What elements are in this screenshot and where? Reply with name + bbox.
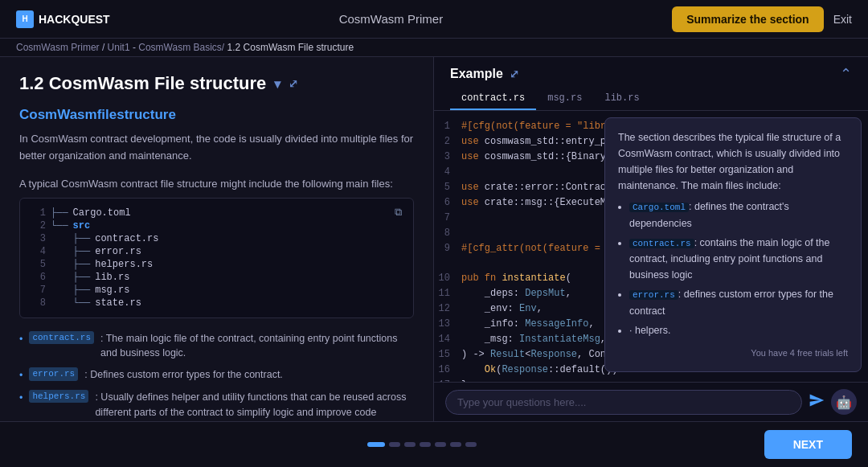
- right-panel: Example ⤢ ⌃ contract.rs msg.rs lib.rs 1 …: [434, 57, 868, 421]
- anchor-heading: CosmWasmfilestructure: [19, 107, 414, 123]
- top-bar: H HACKQUEST CosmWasm Primer Summarize th…: [0, 0, 868, 39]
- breadcrumb-part1[interactable]: CosmWasm Primer: [16, 42, 100, 53]
- tab-msg[interactable]: msg.rs: [536, 88, 593, 110]
- typical-text: A typical CosmWasm contract file structu…: [19, 178, 414, 190]
- logo: H HACKQUEST: [16, 10, 110, 28]
- collapse-panel-button[interactable]: ⌃: [840, 65, 852, 83]
- section-heading-text: 1.2 CosmWasm File structure: [19, 73, 266, 94]
- breadcrumb: CosmWasm Primer / Unit1 - CosmWasm Basic…: [0, 39, 868, 57]
- bullet-helpers-text: : Usually defines helper and utility fun…: [95, 390, 414, 421]
- progress-dot-7: [465, 442, 477, 447]
- breadcrumb-part3[interactable]: CosmWasm Basics/: [138, 42, 224, 53]
- bullet-error-text: : Defines custom error types for the con…: [84, 367, 283, 383]
- tree-line-3: 3 ├── contract.rs: [31, 232, 402, 245]
- logo-text: HACKQUEST: [39, 13, 110, 26]
- summary-tooltip: The section describes the typical file s…: [604, 117, 862, 372]
- ai-avatar: 🤖: [831, 389, 857, 415]
- page-title: CosmWasm Primer: [339, 12, 443, 26]
- code-tabs: contract.rs msg.rs lib.rs: [434, 88, 868, 111]
- bottom-bar: NEXT: [0, 421, 868, 467]
- progress-dot-6: [450, 442, 461, 447]
- main-content: 1.2 CosmWasm File structure ▾ ⤢ CosmWasm…: [0, 57, 868, 421]
- send-button[interactable]: [809, 392, 825, 412]
- tree-line-5: 5 ├── helpers.rs: [31, 258, 402, 271]
- breadcrumb-part2[interactable]: Unit1: [108, 42, 130, 53]
- summary-item-2: contract.rs: contains the main logic of …: [629, 235, 848, 284]
- tree-line-4: 4 ├── error.rs: [31, 245, 402, 258]
- code-area-wrapper: 1 #[cfg(not(feature = "library"))] 2 use…: [434, 111, 868, 382]
- description-text: In CosmWasm contract development, the co…: [19, 131, 414, 165]
- example-header: Example ⤢ ⌃: [434, 57, 868, 88]
- summary-text: The section describes the typical file s…: [618, 129, 848, 194]
- breadcrumb-sep1: /: [102, 42, 108, 53]
- progress-dots: [367, 442, 477, 447]
- section-heading: 1.2 CosmWasm File structure ▾ ⤢: [19, 73, 414, 94]
- summary-item-1: Cargo.toml: defines the contract's depen…: [629, 199, 848, 231]
- trials-text: You have 4 free trials left: [618, 346, 848, 361]
- bullet-error: error.rs : Defines custom error types fo…: [19, 367, 414, 383]
- next-button[interactable]: NEXT: [764, 430, 852, 459]
- tab-contract[interactable]: contract.rs: [450, 88, 536, 110]
- code-line-17: 17 }: [434, 378, 868, 382]
- breadcrumb-part4: 1.2 CosmWasm File structure: [227, 42, 354, 53]
- file-tree: ⧉ 1 ├── Cargo.toml 2 └── src 3 ├── contr…: [19, 198, 414, 318]
- chat-input[interactable]: [445, 390, 802, 415]
- progress-dot-5: [435, 442, 446, 447]
- left-panel: 1.2 CosmWasm File structure ▾ ⤢ CosmWasm…: [0, 57, 434, 421]
- tree-line-8: 8 └── state.rs: [31, 297, 402, 309]
- tree-line-1: 1 ├── Cargo.toml: [31, 207, 395, 219]
- summary-item-3: error.rs: defines custom error types for…: [629, 286, 848, 319]
- copy-tree-icon[interactable]: ⧉: [395, 207, 402, 219]
- tree-line-6: 6 ├── lib.rs: [31, 271, 402, 284]
- bullet-helpers: helpers.rs : Usually defines helper and …: [19, 390, 414, 421]
- exit-button[interactable]: Exit: [833, 13, 852, 26]
- summarize-button[interactable]: Summarize the section: [672, 6, 824, 32]
- expand-example-icon[interactable]: ⤢: [510, 68, 519, 80]
- bookmark-icon: ▾: [274, 76, 280, 92]
- tree-line-7: 7 ├── msg.rs: [31, 284, 402, 297]
- bullet-contract: contract.rs : The main logic file of the…: [19, 331, 414, 362]
- progress-dot-1: [367, 442, 385, 447]
- tree-line-2: 2 └── src: [31, 219, 402, 232]
- progress-dot-2: [389, 442, 400, 447]
- summary-list: Cargo.toml: defines the contract's depen…: [629, 199, 848, 338]
- expand-icon[interactable]: ⤢: [289, 77, 298, 90]
- top-right-actions: Summarize the section Exit: [672, 6, 852, 32]
- progress-dot-4: [420, 442, 431, 447]
- send-icon: [809, 392, 825, 408]
- summary-item-4: · helpers.: [629, 322, 848, 338]
- tab-lib[interactable]: lib.rs: [593, 88, 650, 110]
- example-label: Example ⤢: [450, 67, 519, 81]
- chat-input-bar: 🤖: [434, 382, 868, 421]
- progress-dot-3: [404, 442, 416, 447]
- bullet-contract-text: : The main logic file of the contract, c…: [100, 331, 414, 362]
- logo-icon: H: [16, 10, 34, 28]
